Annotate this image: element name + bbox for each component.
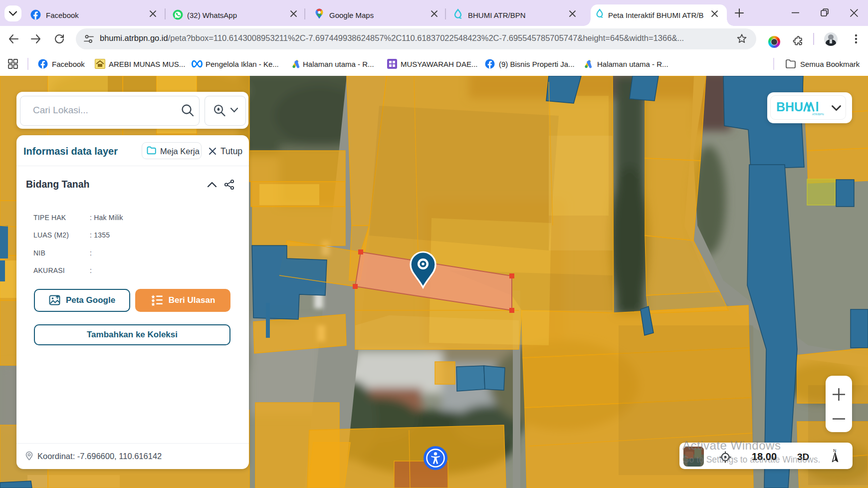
svg-text:ATR/BPN: ATR/BPN [812,113,824,116]
svg-text:BHU: BHU [776,100,803,114]
